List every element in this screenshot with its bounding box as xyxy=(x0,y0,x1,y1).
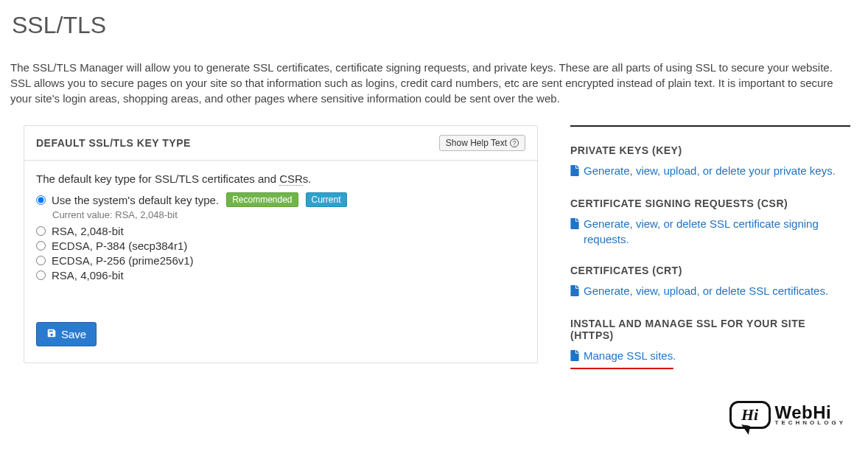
link-text: Generate, view, upload, or delete your p… xyxy=(584,164,836,178)
keytype-option-rsa4096[interactable]: RSA, 4,096-bit xyxy=(36,269,525,282)
sidebar-section-install-ssl: INSTALL AND MANAGE SSL FOR YOUR SITE (HT… xyxy=(570,318,850,369)
sidebar-section-csr: CERTIFICATE SIGNING REQUESTS (CSR) Gener… xyxy=(570,197,850,247)
current-badge: Current xyxy=(306,192,347,207)
link-private-keys[interactable]: Generate, view, upload, or delete your p… xyxy=(570,164,850,180)
radio-rsa4096[interactable] xyxy=(36,270,46,280)
question-icon: ? xyxy=(510,139,519,147)
option-label: RSA, 4,096-bit xyxy=(52,269,124,282)
sidebar-section-crt: CERTIFICATES (CRT) Generate, view, uploa… xyxy=(570,265,850,300)
save-button[interactable]: Save xyxy=(36,322,97,346)
radio-ecdsa384[interactable] xyxy=(36,241,46,251)
save-icon xyxy=(46,328,57,340)
section-title: CERTIFICATES (CRT) xyxy=(570,265,850,276)
show-help-button[interactable]: Show Help Text ? xyxy=(439,135,525,151)
save-button-label: Save xyxy=(61,328,86,340)
radio-ecdsa256[interactable] xyxy=(36,256,46,265)
intro-text: The SSL/TLS Manager will allow you to ge… xyxy=(10,60,843,106)
section-title: PRIVATE KEYS (KEY) xyxy=(570,144,850,156)
keytype-option-default[interactable]: Use the system's default key type. Recom… xyxy=(36,192,525,207)
watermark-sub: TECHNOLOGY xyxy=(775,420,846,425)
file-icon xyxy=(570,350,579,365)
link-text: Generate, view, or delete SSL certificat… xyxy=(584,217,850,247)
radio-default[interactable] xyxy=(36,195,46,205)
csr-abbrev: CSR xyxy=(279,172,303,186)
file-icon xyxy=(570,285,579,300)
watermark-brand: WebHi xyxy=(775,405,846,421)
section-title: CERTIFICATE SIGNING REQUESTS (CSR) xyxy=(570,197,850,209)
keytype-option-ecdsa256[interactable]: ECDSA, P-256 (prime256v1) xyxy=(36,254,525,267)
recommended-badge: Recommended xyxy=(226,192,298,207)
key-type-panel: DEFAULT SSL/TLS KEY TYPE Show Help Text … xyxy=(24,125,538,363)
radio-rsa2048[interactable] xyxy=(36,226,46,236)
watermark-logo: Hi WebHi TECHNOLOGY xyxy=(729,401,846,429)
current-value-text: Current value: RSA, 2,048-bit xyxy=(52,209,525,220)
link-text: Generate, view, upload, or delete SSL ce… xyxy=(584,284,828,298)
panel-subdesc: The default key type for SSL/TLS certifi… xyxy=(36,172,525,185)
section-title: INSTALL AND MANAGE SSL FOR YOUR SITE (HT… xyxy=(570,318,850,341)
option-label: ECDSA, P-384 (secp384r1) xyxy=(52,240,187,252)
page-title: SSL/TLS xyxy=(12,12,859,39)
file-icon xyxy=(570,218,579,233)
link-text: Manage SSL sites. xyxy=(584,349,676,363)
link-csr[interactable]: Generate, view, or delete SSL certificat… xyxy=(570,217,850,247)
option-label: RSA, 2,048-bit xyxy=(52,225,124,237)
option-label: Use the system's default key type. xyxy=(52,194,219,206)
help-button-label: Show Help Text xyxy=(446,138,507,148)
sidebar: PRIVATE KEYS (KEY) Generate, view, uploa… xyxy=(570,125,850,387)
keytype-option-rsa2048[interactable]: RSA, 2,048-bit xyxy=(36,225,525,237)
sidebar-top-rule xyxy=(570,125,850,127)
highlight-underline xyxy=(570,368,673,369)
keytype-option-ecdsa384[interactable]: ECDSA, P-384 (secp384r1) xyxy=(36,240,525,252)
subdesc-post: s. xyxy=(303,172,312,185)
option-label: ECDSA, P-256 (prime256v1) xyxy=(52,254,194,267)
sidebar-section-private-keys: PRIVATE KEYS (KEY) Generate, view, uploa… xyxy=(570,144,850,180)
link-manage-ssl[interactable]: Manage SSL sites. xyxy=(570,349,850,365)
file-icon xyxy=(570,165,579,180)
speech-bubble-icon: Hi xyxy=(729,401,771,429)
subdesc-pre: The default key type for SSL/TLS certifi… xyxy=(36,172,279,185)
panel-heading: DEFAULT SSL/TLS KEY TYPE xyxy=(36,137,191,149)
link-crt[interactable]: Generate, view, upload, or delete SSL ce… xyxy=(570,284,850,300)
